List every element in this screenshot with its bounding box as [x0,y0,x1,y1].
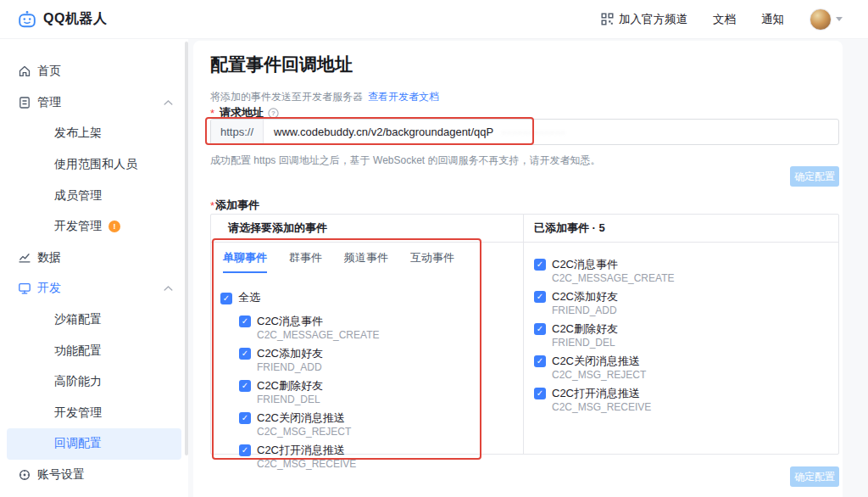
url-masked-suffix: ············ [493,120,566,144]
join-official-channel-link[interactable]: 加入官方频道 [601,12,687,27]
url-value: www.codebuddy.cn/v2/backgroundagent/qqP [264,120,493,144]
event-item: C2C关闭消息推送 C2C_MSG_REJECT [239,411,523,438]
event-item: C2C打开消息推送 C2C_MSG_RECEIVE [239,444,523,470]
checkbox-checked-icon[interactable] [534,323,546,335]
tab-c2c-events[interactable]: 单聊事件 [223,250,267,273]
chart-icon [18,251,31,265]
tab-channel-events[interactable]: 频道事件 [344,250,388,273]
user-menu[interactable] [810,8,843,31]
sidebar-item-advanced-capabilities[interactable]: 高阶能力 [0,366,188,398]
sidebar-item-member-management[interactable]: 成员管理 [0,180,188,211]
sidebar-item-dev-management-2[interactable]: 开发管理 [0,398,188,429]
confirm-config-button-bottom[interactable]: 确定配置 [790,466,839,487]
checkbox-checked-icon[interactable] [534,355,546,367]
sidebar-item-data[interactable]: 数据 [0,243,188,274]
sidebar-item-sandbox-config[interactable]: 沙箱配置 [0,304,188,336]
events-panel-body: 单聊事件 群事件 频道事件 互动事件 全选 C2C消息事件 [211,243,838,454]
sidebar-item-callback-config-active[interactable]: 回调配置 [7,428,181,460]
developer-docs-link[interactable]: 查看开发者文档 [368,91,439,103]
home-icon [18,64,31,78]
added-events-column: C2C消息事件 C2C_MESSAGE_CREATE C2C添加好友 FRIEN… [524,243,838,454]
sidebar-item-account-settings[interactable]: 账号设置 [0,460,188,491]
events-panel: 请选择要添加的事件 已添加事件 · 5 单聊事件 群事件 频道事件 互动事件 全… [210,214,839,455]
notifications-link[interactable]: 通知 [761,12,784,27]
checkbox-checked-icon[interactable] [220,293,232,304]
checkbox-checked-icon[interactable] [239,444,251,456]
event-item: C2C添加好友 FRIEND_ADD [239,347,523,373]
event-category-tabs: 单聊事件 群事件 频道事件 互动事件 [211,243,523,273]
sidebar-item-dev-management[interactable]: 开发管理 ! [0,211,188,243]
added-event-item: C2C消息事件 C2C_MESSAGE_CREATE [534,258,838,284]
navbar-actions: 加入官方频道 文档 通知 [601,8,843,31]
monitor-icon [18,282,31,295]
logo-text: QQ机器人 [43,10,107,28]
add-events-label: *添加事件 [210,198,259,213]
page-title: 配置事件回调地址 [210,53,353,76]
sidebar-group-management[interactable]: 管理 [0,87,188,119]
tab-interaction-events[interactable]: 互动事件 [410,250,454,273]
added-event-item: C2C添加好友 FRIEND_ADD [534,290,838,316]
checkbox-checked-icon[interactable] [534,259,546,271]
checkbox-checked-icon[interactable] [239,412,251,424]
added-event-item: C2C删除好友 FRIEND_DEL [534,322,838,349]
available-events-title: 请选择要添加的事件 [211,215,524,242]
url-scheme-prefix: https:// [211,120,264,144]
sidebar-nav: 首页 管理 发布上架 使用范围和人员 成员管理 [0,39,188,497]
app-logo[interactable]: QQ机器人 [17,9,107,30]
sidebar-scrollbar[interactable] [185,42,188,455]
chevron-down-icon [836,17,843,21]
available-events-column: 单聊事件 群事件 频道事件 互动事件 全选 C2C消息事件 [211,243,524,454]
request-url-input[interactable]: https:// www.codebuddy.cn/v2/backgrounda… [210,119,839,145]
sidebar-item-home[interactable]: 首页 [0,56,188,87]
tab-group-events[interactable]: 群事件 [289,250,322,273]
required-asterisk: * [210,199,214,212]
qq-bot-console: QQ机器人 加入官方频道 文档 通知 [0,0,868,497]
top-navbar: QQ机器人 加入官方频道 文档 通知 [0,0,868,39]
robot-logo-icon [17,9,37,30]
chevron-up-icon [164,286,173,292]
websocket-deprecation-note: 成功配置 https 回调地址之后，基于 WebSocket 的回调服务不再支持… [210,154,601,168]
checkbox-checked-icon[interactable] [534,291,546,303]
checkbox-checked-icon[interactable] [239,348,251,360]
qr-code-icon [601,13,614,25]
main-content: 配置事件回调地址 将添加的事件发送至开发者服务器查看开发者文档 *请求地址 ? … [193,41,843,497]
added-event-item: C2C关闭消息推送 C2C_MSG_REJECT [534,355,838,381]
help-circle-icon[interactable]: ? [268,108,279,119]
clipboard-icon [18,96,31,109]
gear-icon [18,468,31,482]
warning-badge: ! [108,221,120,232]
sidebar-group-development[interactable]: 开发 [0,273,188,304]
events-panel-header: 请选择要添加的事件 已添加事件 · 5 [211,215,838,243]
available-events-list: C2C消息事件 C2C_MESSAGE_CREATE C2C添加好友 FRIEN… [211,315,523,470]
added-events-title: 已添加事件 · 5 [524,215,838,242]
required-asterisk: * [210,107,214,120]
svg-text:?: ? [271,109,275,117]
checkbox-checked-icon[interactable] [534,388,546,399]
sidebar-item-publish[interactable]: 发布上架 [0,118,188,149]
chevron-up-icon [164,99,173,105]
event-item: C2C消息事件 C2C_MESSAGE_CREATE [239,315,523,341]
select-all-row: 全选 [220,290,523,305]
event-item: C2C删除好友 FRIEND_DEL [239,379,523,405]
added-event-item: C2C打开消息推送 C2C_MSG_RECEIVE [534,387,838,413]
page-subtitle: 将添加的事件发送至开发者服务器查看开发者文档 [210,90,439,104]
user-avatar [810,8,832,31]
sidebar-item-scope-members[interactable]: 使用范围和人员 [0,149,188,181]
sidebar-item-feature-config[interactable]: 功能配置 [0,335,188,366]
confirm-config-button-top[interactable]: 确定配置 [790,166,839,187]
checkbox-checked-icon[interactable] [239,380,251,392]
docs-link[interactable]: 文档 [713,12,736,27]
checkbox-checked-icon[interactable] [239,316,251,327]
